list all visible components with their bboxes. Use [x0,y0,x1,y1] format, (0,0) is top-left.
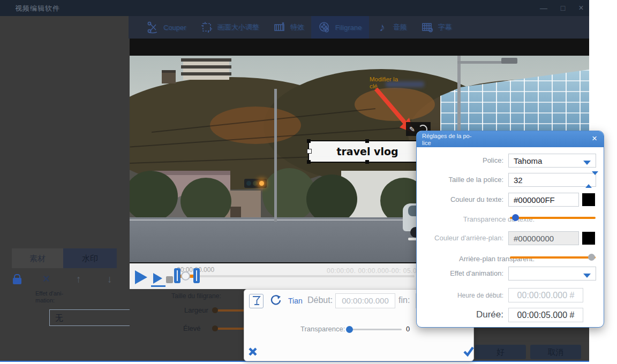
stop-button[interactable] [166,276,173,283]
maximize-button[interactable]: □ [556,3,570,13]
toolbar-label: Filigrane [335,24,362,32]
play-from-start-button[interactable] [153,273,162,284]
transparency-value: 0 [406,325,410,333]
toolbar-label: Couper [163,24,186,32]
confirm-icon[interactable] [463,345,475,357]
refresh-icon[interactable] [270,294,282,306]
range-end-handle[interactable] [193,268,200,283]
animation-label: Effet d'animation: [417,269,503,277]
castle [162,58,231,81]
main-toolbar: Couper Couper 画面大小调整 画面大小调整 特效 [129,16,589,39]
font-size-spinner[interactable]: 32 [508,173,596,187]
toolbar-item-watermark[interactable]: Filigrane Filigrane [311,16,369,39]
ok-button[interactable]: 好 [475,345,526,359]
resize-handle[interactable] [365,160,369,164]
dialog-title: Réglages de la po- lice [422,133,471,146]
bg-color-value: #00000000 [514,234,554,243]
toolbar-item-effects[interactable]: 特效 特效 [266,16,311,39]
bg-color-input[interactable]: #00000000 [508,231,579,245]
start-time-label: Heure de début: [417,292,503,299]
text-color-swatch[interactable] [582,193,595,206]
toolbar-item-audio[interactable]: ♪ 音频 音频 [369,16,414,39]
play-button[interactable] [135,270,147,284]
text-color-value: #000000FF [514,195,555,204]
screen: 视频编辑软件 — □ × Couper Couper 画面大 [0,0,617,364]
transparency-slider-thumb[interactable] [346,326,353,333]
title-bar: 视频编辑软件 — □ × [0,0,589,16]
move-down-icon[interactable]: ↓ [107,274,112,285]
close-button[interactable]: × [574,3,588,13]
width-slider-thumb[interactable] [212,307,218,313]
timeline-track[interactable] [176,275,415,277]
tree [306,175,357,224]
crop-icon [200,21,213,34]
dialog-close-icon[interactable]: × [592,133,597,144]
lamp-head [501,58,517,64]
dialog-header[interactable]: Réglages de la po- lice × [417,131,604,147]
frames-icon [421,21,434,34]
chevron-down-icon [583,161,591,165]
font-family-value: Tahoma [514,156,542,165]
watermark-size-title: Taille du filigrane: [171,292,221,300]
font-size-value: 32 [514,176,523,185]
text-transparency-slider[interactable] [510,217,596,219]
bg-color-label: Couleur d'arrière-plan: [417,234,503,242]
toolbar-label: 字幕 [438,23,452,31]
scissors-icon [146,21,159,34]
transparency-label: Transparence: [300,325,345,333]
font-name-link[interactable]: Tian [288,297,303,305]
window-title: 视频编辑软件 [15,4,60,13]
play-from-start-underline [151,285,165,287]
left-panel: 素材 水印 × ↑ ↓ Effet d'ani- mation: 无 [0,16,129,361]
animation-dropdown[interactable] [508,267,596,280]
height-slider-thumb[interactable] [212,325,218,331]
film-reel-icon [318,21,331,34]
resize-handle[interactable] [307,139,311,143]
edit-pencil-icon[interactable]: ✎ [409,125,415,133]
toolbar-item-cut[interactable]: Couper Couper [139,16,193,39]
watermark-text-box[interactable]: travel vlog [308,140,427,163]
toolbar-item-subtitles[interactable]: 字幕 字幕 [414,16,459,39]
text-style-icon[interactable] [249,294,264,308]
toolbar-label: 特效 [290,23,304,31]
bg-color-swatch[interactable] [582,232,595,245]
watermark-text: travel vlog [336,146,398,157]
playhead-knob[interactable] [181,271,190,280]
height-label: Élevé [183,324,201,332]
duration-input[interactable]: 00:00:05.000 # [508,308,583,322]
chevron-down-icon [583,274,591,278]
lock-icon[interactable] [13,278,21,284]
font-settings-dialog: Réglages de la po- lice × Police: Tahoma… [416,131,604,328]
text-transparency-thumb[interactable] [512,214,519,221]
resize-handle[interactable] [307,160,311,164]
rotate-handle[interactable] [307,149,312,154]
bg-transparent-slider[interactable] [510,256,596,259]
toolbar-label: 音频 [393,23,407,31]
range-start-handle[interactable] [174,268,180,283]
toolbar-item-crop[interactable]: 画面大小调整 画面大小调整 [193,16,266,39]
resize-handle[interactable] [365,139,369,143]
end-label: fin: [398,295,410,305]
spinner-arrows-icon[interactable] [585,175,592,185]
tab-watermark[interactable]: 水印 [63,248,117,268]
bg-transparent-thumb[interactable] [588,254,595,261]
start-label: Début: [307,295,333,305]
traffic-light [244,179,267,188]
font-family-dropdown[interactable]: Tahoma [508,154,596,168]
start-time-input[interactable]: 00:00:00.000 # [508,288,583,302]
delete-icon[interactable]: × [43,272,50,286]
transparency-slider[interactable] [347,329,402,330]
duration-label: Durée: [417,309,503,320]
police-label: Police: [417,156,503,164]
tab-material[interactable]: 素材 [12,248,63,268]
music-note-icon: ♪ [376,21,389,34]
start-time-input[interactable]: 00:00:00.000 [335,293,395,308]
move-up-icon[interactable]: ↑ [76,274,81,285]
text-color-input[interactable]: #000000FF [508,193,579,207]
range-time-text: 00:00:00. 00:00.000-00: 05.00 [327,267,420,275]
traffic-pole [274,89,277,222]
width-label: Largeur [184,306,208,314]
cancel-button[interactable]: 取消 [530,345,581,359]
discard-icon[interactable] [247,346,258,357]
minimize-button[interactable]: — [537,3,551,13]
